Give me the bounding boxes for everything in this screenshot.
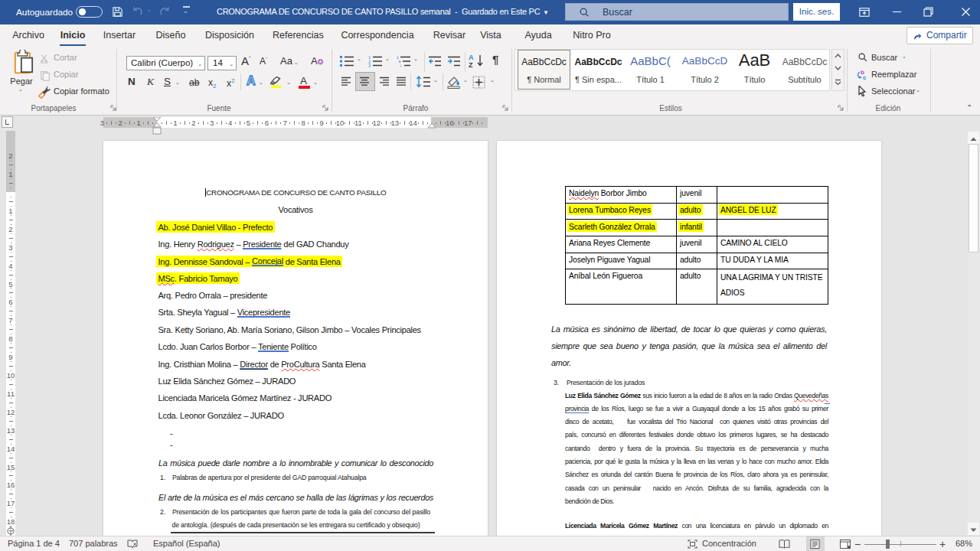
svg-text:3: 3 [368,64,371,67]
svg-text:i: i [400,64,401,68]
svg-text:c: c [863,74,867,80]
